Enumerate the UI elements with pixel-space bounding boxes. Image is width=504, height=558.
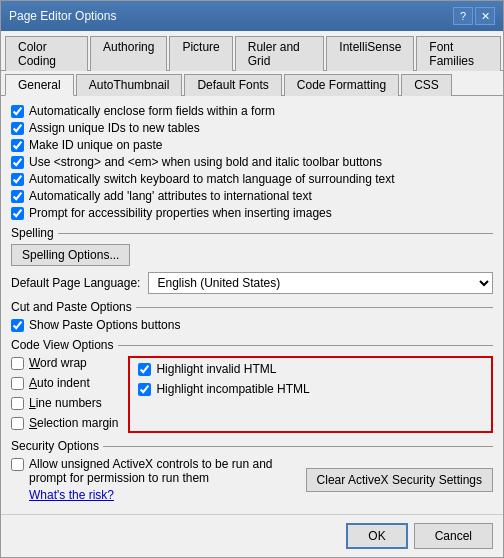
tab-font-families[interactable]: Font Families: [416, 36, 501, 71]
show-paste-checkbox-row: Show Paste Options buttons: [11, 318, 493, 332]
title-bar: Page Editor Options ? ✕: [1, 1, 503, 31]
tab-autothumbnail[interactable]: AutoThumbnail: [76, 74, 183, 96]
tab-general[interactable]: General: [5, 74, 74, 96]
cb-prompt-accessibility-label: Prompt for accessibility properties when…: [29, 206, 332, 220]
language-select[interactable]: English (United States): [148, 272, 493, 294]
spelling-section-label: Spelling: [11, 226, 54, 240]
checkbox-row-6: Automatically add 'lang' attributes to i…: [11, 189, 493, 203]
tab-css[interactable]: CSS: [401, 74, 452, 96]
cb-activex-row: Allow unsigned ActiveX controls to be ru…: [11, 457, 298, 485]
cb-activex-label: Allow unsigned ActiveX controls to be ru…: [29, 457, 298, 485]
cb-make-id-unique[interactable]: [11, 139, 24, 152]
cb-word-wrap-row: Word wrap: [11, 356, 118, 370]
tab-color-coding[interactable]: Color Coding: [5, 36, 88, 71]
tab-intellisense[interactable]: IntelliSense: [326, 36, 414, 71]
cb-strong-em[interactable]: [11, 156, 24, 169]
cut-paste-section-label: Cut and Paste Options: [11, 300, 132, 314]
cb-auto-indent[interactable]: [11, 377, 24, 390]
default-lang-label: Default Page Language:: [11, 276, 140, 290]
security-section-divider: Security Options: [11, 439, 493, 453]
cb-switch-keyboard[interactable]: [11, 173, 24, 186]
cb-strong-em-label: Use <strong> and <em> when using bold an…: [29, 155, 382, 169]
checkbox-row-3: Make ID unique on paste: [11, 138, 493, 152]
cb-activex[interactable]: [11, 458, 24, 471]
security-section-label: Security Options: [11, 439, 99, 453]
dialog: Page Editor Options ? ✕ Color Coding Aut…: [0, 0, 504, 558]
cb-show-paste[interactable]: [11, 319, 24, 332]
cut-paste-section-divider: Cut and Paste Options: [11, 300, 493, 314]
cb-unique-ids[interactable]: [11, 122, 24, 135]
cb-highlight-incompatible-label: Highlight incompatible HTML: [156, 382, 309, 396]
security-left: Allow unsigned ActiveX controls to be ru…: [11, 457, 298, 502]
checkbox-row-2: Assign unique IDs to new tables: [11, 121, 493, 135]
cb-switch-keyboard-label: Automatically switch keyboard to match l…: [29, 172, 395, 186]
tab-picture[interactable]: Picture: [169, 36, 232, 71]
cb-prompt-accessibility[interactable]: [11, 207, 24, 220]
cb-highlight-incompatible-row: Highlight incompatible HTML: [138, 382, 483, 396]
cb-auto-indent-row: Auto indent: [11, 376, 118, 390]
clear-activex-button[interactable]: Clear ActiveX Security Settings: [306, 468, 493, 492]
dialog-title: Page Editor Options: [9, 9, 116, 23]
content-area: Automatically enclose form fields within…: [1, 96, 503, 514]
ok-button[interactable]: OK: [346, 523, 407, 549]
cb-selection-margin-label: Selection margin: [29, 416, 118, 430]
cb-highlight-incompatible[interactable]: [138, 383, 151, 396]
cb-selection-margin-row: Selection margin: [11, 416, 118, 430]
cb-enclose-form[interactable]: [11, 105, 24, 118]
code-view-section-label: Code View Options: [11, 338, 114, 352]
code-view-left: Word wrap Auto indent Line numbers Selec…: [11, 356, 118, 433]
tab-ruler-grid[interactable]: Ruler and Grid: [235, 36, 325, 71]
cb-line-numbers-label: Line numbers: [29, 396, 102, 410]
help-button[interactable]: ?: [453, 7, 473, 25]
cb-lang-attr-label: Automatically add 'lang' attributes to i…: [29, 189, 312, 203]
security-link-row: What's the risk?: [29, 488, 298, 502]
tab-row-2: General AutoThumbnail Default Fonts Code…: [1, 71, 503, 96]
checkbox-row-5: Automatically switch keyboard to match l…: [11, 172, 493, 186]
code-view-right: Highlight invalid HTML Highlight incompa…: [128, 356, 493, 433]
tab-default-fonts[interactable]: Default Fonts: [184, 74, 281, 96]
whats-the-risk-link[interactable]: What's the risk?: [29, 488, 114, 502]
cb-highlight-invalid-label: Highlight invalid HTML: [156, 362, 276, 376]
tab-code-formatting[interactable]: Code Formatting: [284, 74, 399, 96]
spelling-section-divider: Spelling: [11, 226, 493, 240]
checkbox-row-4: Use <strong> and <em> when using bold an…: [11, 155, 493, 169]
title-bar-controls: ? ✕: [453, 7, 495, 25]
cb-highlight-invalid-row: Highlight invalid HTML: [138, 362, 483, 376]
cb-make-id-label: Make ID unique on paste: [29, 138, 162, 152]
cb-enclose-form-label: Automatically enclose form fields within…: [29, 104, 275, 118]
spelling-options-button[interactable]: Spelling Options...: [11, 244, 130, 266]
code-view-divider-line: [118, 345, 493, 346]
cancel-button[interactable]: Cancel: [414, 523, 493, 549]
code-view-section-divider: Code View Options: [11, 338, 493, 352]
checkbox-row-7: Prompt for accessibility properties when…: [11, 206, 493, 220]
cb-lang-attr[interactable]: [11, 190, 24, 203]
close-button[interactable]: ✕: [475, 7, 495, 25]
code-view-options: Word wrap Auto indent Line numbers Selec…: [11, 356, 493, 433]
tab-authoring[interactable]: Authoring: [90, 36, 167, 71]
cb-auto-indent-label: Auto indent: [29, 376, 90, 390]
cb-line-numbers-row: Line numbers: [11, 396, 118, 410]
tab-row-1: Color Coding Authoring Picture Ruler and…: [1, 31, 503, 71]
spelling-divider-line: [58, 233, 493, 234]
security-row: Allow unsigned ActiveX controls to be ru…: [11, 457, 493, 502]
cb-selection-margin[interactable]: [11, 417, 24, 430]
cb-unique-ids-label: Assign unique IDs to new tables: [29, 121, 200, 135]
cut-paste-divider-line: [136, 307, 493, 308]
dialog-footer: OK Cancel: [1, 514, 503, 557]
checkbox-row-1: Automatically enclose form fields within…: [11, 104, 493, 118]
cb-word-wrap-label: Word wrap: [29, 356, 87, 370]
security-divider-line: [103, 446, 493, 447]
cb-show-paste-label: Show Paste Options buttons: [29, 318, 180, 332]
cb-word-wrap[interactable]: [11, 357, 24, 370]
cb-highlight-invalid[interactable]: [138, 363, 151, 376]
cb-line-numbers[interactable]: [11, 397, 24, 410]
lang-row: Default Page Language: English (United S…: [11, 272, 493, 294]
